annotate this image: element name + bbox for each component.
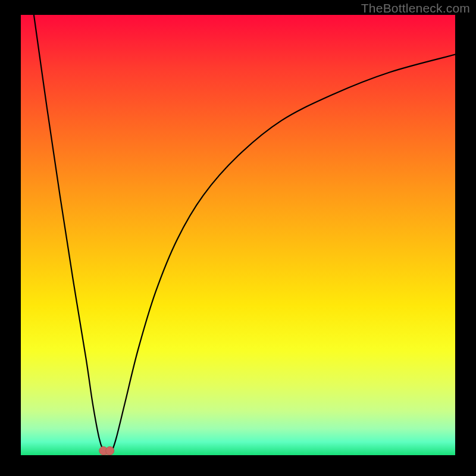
bottleneck-curve-svg [21,15,455,455]
minimum-marker [106,447,114,455]
plot-area [21,15,455,455]
watermark-text: TheBottleneck.com [361,1,470,15]
chart-frame: TheBottleneck.com [0,0,476,476]
minimum-markers [99,447,114,455]
bottleneck-curve [34,15,455,453]
